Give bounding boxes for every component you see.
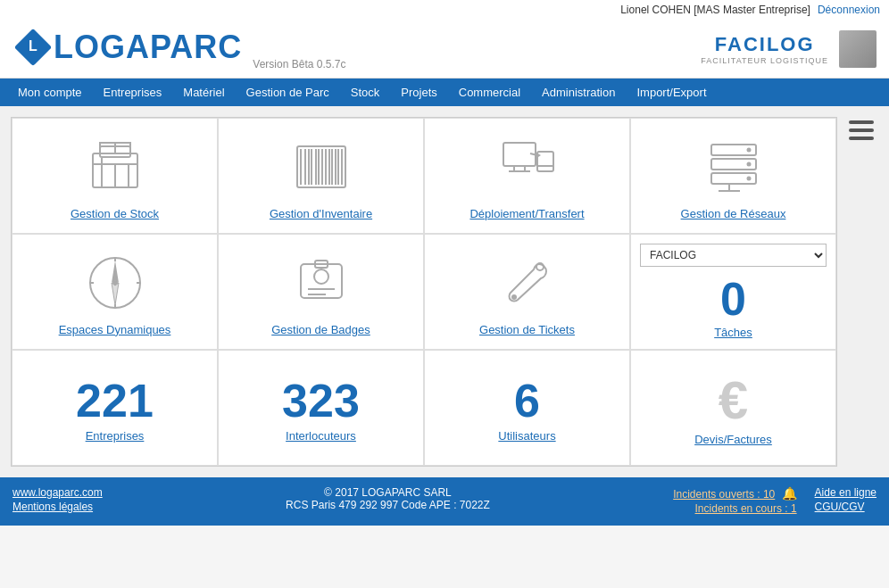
cell-interlocuteurs[interactable]: 323 Interlocuteurs xyxy=(218,350,424,466)
svg-text:L: L xyxy=(29,38,37,54)
euro-icon: € xyxy=(719,374,748,427)
footer-right-wrapper: Incidents ouverts : 10 🔔 Incidents en co… xyxy=(673,486,877,517)
footer-right-links: Aide en ligne CGU/CGV xyxy=(815,486,877,517)
footer-center: © 2017 LOGAPARC SARL RCS Paris 479 292 9… xyxy=(286,486,490,511)
footer-copyright: © 2017 LOGAPARC SARL xyxy=(286,486,490,499)
cell-badges[interactable]: Gestion de Badges xyxy=(218,234,424,350)
cell-stock[interactable]: Gestion de Stock xyxy=(12,118,218,234)
espaces-label: Espaces Dynamiques xyxy=(59,323,171,336)
utilisateurs-label: Utilisateurs xyxy=(498,429,555,443)
svg-point-32 xyxy=(746,147,751,152)
interlocuteurs-label: Interlocuteurs xyxy=(286,429,356,443)
stock-label: Gestion de Stock xyxy=(71,207,159,220)
nav-commercial[interactable]: Commercial xyxy=(448,79,531,106)
header: L LOGAPARC Version Bêta 0.5.7c FACILOG F… xyxy=(0,20,889,79)
incidents-ongoing-link[interactable]: Incidents en cours : 1 xyxy=(695,502,797,515)
main-content: Gestion de Stock xyxy=(0,106,889,477)
devis-label: Devis/Factures xyxy=(694,433,772,446)
cell-taches[interactable]: FACILOG 0 Tâches xyxy=(630,234,836,350)
entreprises-number: 221 xyxy=(76,377,154,424)
svg-marker-40 xyxy=(112,283,119,305)
nav-gestion-parc[interactable]: Gestion de Parc xyxy=(236,79,340,106)
reseaux-icon xyxy=(702,136,765,198)
reseaux-label: Gestion de Réseaux xyxy=(681,207,786,220)
logo-container: L LOGAPARC xyxy=(12,27,242,68)
taches-number: 0 xyxy=(720,276,746,322)
nav-entreprises[interactable]: Entreprises xyxy=(93,79,173,106)
cell-entreprises[interactable]: 221 Entreprises xyxy=(12,350,218,466)
hamburger-button[interactable] xyxy=(849,120,874,140)
incidents-ongoing-row: Incidents en cours : 1 xyxy=(673,502,796,515)
taches-select[interactable]: FACILOG xyxy=(640,244,827,267)
nav-projets[interactable]: Projets xyxy=(390,79,447,106)
main-nav: Mon compte Entreprises Matériel Gestion … xyxy=(0,79,889,106)
avatar xyxy=(839,30,877,68)
hamburger-line-2 xyxy=(849,128,874,132)
hamburger-line-3 xyxy=(849,137,874,140)
dashboard-grid: Gestion de Stock xyxy=(11,117,837,467)
footer-left: www.logaparc.com Mentions légales xyxy=(12,486,103,515)
nav-materiel[interactable]: Matériel xyxy=(172,79,235,106)
deploiement-icon xyxy=(496,136,559,198)
header-right: FACILOG FACILITATEUR LOGISTIQUE xyxy=(701,30,877,68)
cell-devis[interactable]: € Devis/Factures xyxy=(630,350,836,466)
tickets-label: Gestion de Tickets xyxy=(479,323,575,336)
avatar-image xyxy=(839,30,877,68)
cell-utilisateurs[interactable]: 6 Utilisateurs xyxy=(424,350,630,466)
cell-inventaire[interactable]: Gestion d'Inventaire xyxy=(218,118,424,234)
side-panel xyxy=(844,117,878,467)
svg-point-33 xyxy=(746,161,751,166)
entreprises-label: Entreprises xyxy=(86,429,145,443)
badges-label: Gestion de Badges xyxy=(271,323,370,336)
hamburger-line-1 xyxy=(849,120,874,124)
footer-incidents: Incidents ouverts : 10 🔔 Incidents en co… xyxy=(673,486,796,517)
footer: www.logaparc.com Mentions légales © 2017… xyxy=(0,477,889,526)
logo-diamond-icon: L xyxy=(12,27,54,68)
deploiement-label: Déploiement/Transfert xyxy=(469,207,584,220)
utilisateurs-number: 6 xyxy=(514,377,540,424)
cell-espaces[interactable]: Espaces Dynamiques xyxy=(12,234,218,350)
cgu-link[interactable]: CGU/CGV xyxy=(815,501,877,513)
nav-import-export[interactable]: Import/Export xyxy=(626,79,717,106)
logo-text: LOGAPARC xyxy=(54,29,242,66)
nav-mon-compte[interactable]: Mon compte xyxy=(7,79,93,106)
nav-administration[interactable]: Administration xyxy=(531,79,626,106)
cell-tickets[interactable]: Gestion de Tickets xyxy=(424,234,630,350)
aide-en-ligne-link[interactable]: Aide en ligne xyxy=(815,486,877,499)
incidents-open-link[interactable]: Incidents ouverts : 10 xyxy=(673,488,775,501)
cell-reseaux[interactable]: Gestion de Réseaux xyxy=(630,118,836,234)
interlocuteurs-number: 323 xyxy=(282,377,360,424)
footer-rcs: RCS Paris 479 292 997 Code APE : 7022Z xyxy=(286,499,490,511)
svg-marker-39 xyxy=(112,261,119,283)
svg-point-50 xyxy=(511,294,517,300)
facilog-logo: FACILOG FACILITATEUR LOGISTIQUE xyxy=(701,33,828,65)
version-text: Version Bêta 0.5.7c xyxy=(253,58,345,70)
tickets-icon xyxy=(496,252,559,314)
badges-icon xyxy=(290,252,353,314)
svg-point-46 xyxy=(314,269,328,284)
facilog-brand: FACILOG xyxy=(715,33,815,56)
top-bar: Lionel COHEN [MAS Master Entreprise] Déc… xyxy=(0,0,889,20)
user-info: Lionel COHEN [MAS Master Entreprise] xyxy=(620,4,810,16)
bell-icon: 🔔 xyxy=(782,486,797,501)
stock-icon xyxy=(84,136,146,198)
cell-deploiement[interactable]: Déploiement/Transfert xyxy=(424,118,630,234)
inventaire-label: Gestion d'Inventaire xyxy=(270,207,372,220)
nav-stock[interactable]: Stock xyxy=(340,79,391,106)
footer-mentions-link[interactable]: Mentions légales xyxy=(12,501,103,513)
logout-link[interactable]: Déconnexion xyxy=(818,4,880,16)
taches-label: Tâches xyxy=(714,326,752,339)
facilog-sub: FACILITATEUR LOGISTIQUE xyxy=(701,56,828,65)
incidents-open-row: Incidents ouverts : 10 🔔 xyxy=(673,486,796,501)
logo-area: L LOGAPARC Version Bêta 0.5.7c xyxy=(12,27,701,70)
footer-logaparc-link[interactable]: www.logaparc.com xyxy=(12,486,103,499)
espaces-icon xyxy=(84,252,146,314)
inventaire-icon xyxy=(290,136,353,198)
svg-point-34 xyxy=(746,176,751,180)
